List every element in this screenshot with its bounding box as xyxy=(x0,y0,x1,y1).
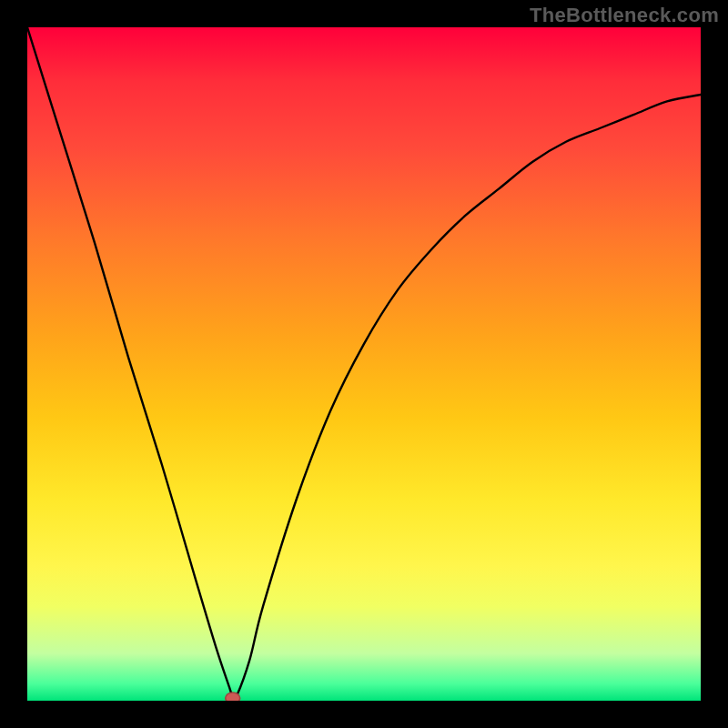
min-marker xyxy=(226,693,240,701)
plot-area xyxy=(27,27,701,701)
bottleneck-curve xyxy=(27,27,701,701)
watermark-text: TheBottleneck.com xyxy=(530,4,719,27)
chart-frame: TheBottleneck.com xyxy=(0,0,728,728)
chart-svg xyxy=(27,27,701,701)
